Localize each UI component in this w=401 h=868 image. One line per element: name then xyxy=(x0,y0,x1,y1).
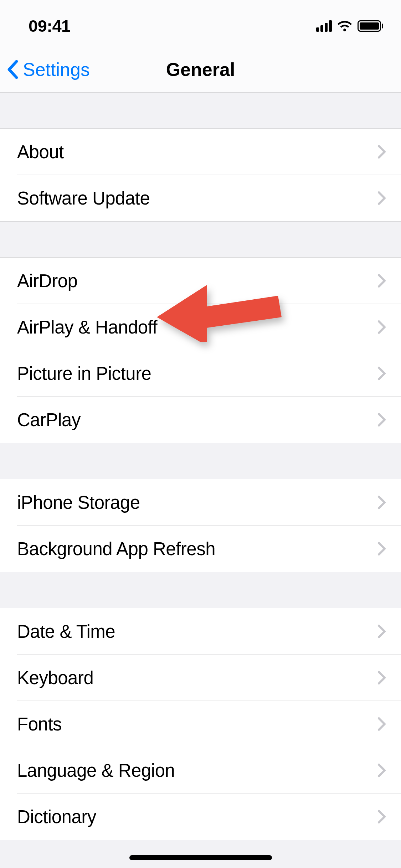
chevron-right-icon xyxy=(377,542,386,556)
cellular-signal-icon xyxy=(316,20,332,32)
list-group: About Software Update xyxy=(0,128,401,222)
status-right xyxy=(316,20,383,32)
row-iphone-storage[interactable]: iPhone Storage xyxy=(0,479,401,526)
section-gap xyxy=(0,572,401,608)
row-pip[interactable]: Picture in Picture xyxy=(0,350,401,397)
row-airplay-handoff[interactable]: AirPlay & Handoff xyxy=(0,304,401,350)
row-language-region[interactable]: Language & Region xyxy=(0,747,401,794)
row-about[interactable]: About xyxy=(0,129,401,175)
row-software-update[interactable]: Software Update xyxy=(0,175,401,221)
chevron-right-icon xyxy=(377,624,386,639)
row-background-app-refresh[interactable]: Background App Refresh xyxy=(0,526,401,572)
row-label: Software Update xyxy=(17,188,150,209)
row-label: Fonts xyxy=(17,714,62,735)
chevron-right-icon xyxy=(377,274,386,288)
row-label: AirDrop xyxy=(17,270,77,291)
row-fonts[interactable]: Fonts xyxy=(0,701,401,747)
row-label: Picture in Picture xyxy=(17,363,151,384)
row-label: Language & Region xyxy=(17,760,175,781)
chevron-right-icon xyxy=(377,145,386,159)
chevron-right-icon xyxy=(377,413,386,427)
chevron-right-icon xyxy=(377,495,386,510)
row-label: Dictionary xyxy=(17,806,96,827)
chevron-right-icon xyxy=(377,191,386,205)
status-bar: 09:41 xyxy=(0,0,401,46)
row-dictionary[interactable]: Dictionary xyxy=(0,794,401,840)
chevron-right-icon xyxy=(377,717,386,731)
row-label: AirPlay & Handoff xyxy=(17,317,157,338)
chevron-left-icon xyxy=(6,59,19,80)
row-label: Keyboard xyxy=(17,667,93,688)
home-indicator xyxy=(129,855,272,860)
list-group: AirDrop AirPlay & Handoff Picture in Pic… xyxy=(0,257,401,443)
row-date-time[interactable]: Date & Time xyxy=(0,608,401,655)
chevron-right-icon xyxy=(377,366,386,381)
chevron-right-icon xyxy=(377,763,386,777)
chevron-right-icon xyxy=(377,810,386,824)
back-button[interactable]: Settings xyxy=(0,59,90,80)
row-label: CarPlay xyxy=(17,409,81,430)
battery-icon xyxy=(358,20,383,32)
list-group: Date & Time Keyboard Fonts Language & Re… xyxy=(0,608,401,840)
nav-bar: Settings General xyxy=(0,46,401,93)
row-label: About xyxy=(17,141,64,162)
section-gap xyxy=(0,222,401,257)
chevron-right-icon xyxy=(377,320,386,334)
section-gap xyxy=(0,443,401,479)
status-time: 09:41 xyxy=(29,16,71,36)
row-carplay[interactable]: CarPlay xyxy=(0,397,401,443)
row-keyboard[interactable]: Keyboard xyxy=(0,655,401,701)
row-label: iPhone Storage xyxy=(17,492,140,513)
section-gap xyxy=(0,93,401,128)
wifi-icon xyxy=(337,20,353,32)
row-label: Date & Time xyxy=(17,621,115,642)
row-airdrop[interactable]: AirDrop xyxy=(0,258,401,304)
list-group: iPhone Storage Background App Refresh xyxy=(0,479,401,572)
row-label: Background App Refresh xyxy=(17,538,215,559)
back-label: Settings xyxy=(23,59,90,80)
chevron-right-icon xyxy=(377,671,386,685)
